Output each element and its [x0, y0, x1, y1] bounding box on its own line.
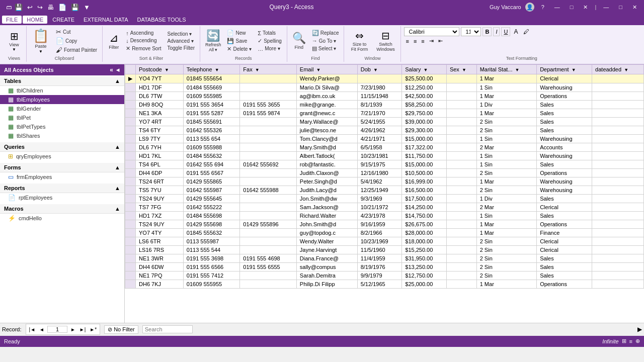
table-row[interactable]: LS9 7TY0113 555 654Tom.Clancy@d4/21/1971… — [125, 134, 644, 143]
row-selector-cell[interactable] — [125, 280, 136, 288]
col-header-postcode[interactable]: Postcode ▼ — [136, 64, 184, 74]
undo-btn[interactable]: ↩ — [26, 3, 34, 12]
table-row[interactable]: NE1 3KA0191 555 52870191 555 9874grant@n… — [125, 109, 644, 117]
menu-create[interactable]: CREATE — [48, 16, 78, 24]
table-row[interactable]: LS16 7RS0113 555 544Jayne.Harvingt11/5/1… — [125, 245, 644, 254]
tables-header[interactable]: Tables ▲ — [0, 76, 124, 86]
row-selector-cell[interactable] — [125, 117, 136, 126]
sidebar-item-tblgender[interactable]: ▦ tblGender — [0, 104, 124, 113]
maximize-ribbon-btn[interactable]: □ — [567, 3, 577, 11]
col-header-dateadded[interactable]: dateadded ▼ — [592, 64, 644, 74]
col-header-fax[interactable]: Fax ▼ — [240, 64, 297, 74]
row-selector-cell[interactable] — [125, 168, 136, 177]
scroll-track[interactable] — [197, 326, 633, 332]
save-btn2[interactable]: 💾 — [69, 3, 80, 12]
row-selector-cell[interactable] — [125, 109, 136, 117]
totals-btn[interactable]: Σ Totals — [256, 30, 284, 37]
row-selector-cell[interactable] — [125, 203, 136, 211]
scroll-right-btn[interactable]: ▶ — [637, 326, 642, 333]
row-selector-cell[interactable] — [125, 186, 136, 194]
redo-btn[interactable]: ↪ — [36, 3, 44, 12]
select-btn[interactable]: ▤ Select ▾ — [310, 45, 341, 52]
view-btn[interactable]: ⊞ View ▼ — [6, 29, 22, 53]
col-header-department[interactable]: Department ▼ — [537, 64, 592, 74]
col-header-telephone[interactable]: Telephone ▼ — [183, 64, 240, 74]
sidebar-item-tblemployees[interactable]: ▦ tblEmployees — [0, 95, 124, 104]
sidebar-item-qryemployees[interactable]: ⊞ qryEmployees — [0, 152, 124, 161]
replace-btn[interactable]: 🔄 Replace — [310, 29, 341, 37]
table-row[interactable]: NE1 3WR0191 555 36980191 555 4698Diana.F… — [125, 254, 644, 262]
close-ribbon-btn[interactable]: ✕ — [580, 3, 591, 12]
highlight-btn[interactable]: 🖊 — [521, 28, 531, 36]
table-row[interactable]: LS6 6TR0113 555987Wendy.Walter10/23/1969… — [125, 237, 644, 245]
qat-dropdown[interactable]: ▼ — [82, 3, 92, 12]
row-selector-cell[interactable] — [125, 100, 136, 109]
selection-btn[interactable]: Selection ▾ — [166, 31, 197, 37]
refresh-all-btn[interactable]: 🔄 RefreshAll ▾ — [203, 28, 223, 54]
preview-btn[interactable]: 📄 — [57, 3, 68, 12]
table-row[interactable]: DH6 7KJ01609 555955Philip.Di Filipp5/12/… — [125, 280, 644, 288]
maximize-window-btn[interactable]: □ — [616, 3, 625, 11]
delete-btn[interactable]: ✕ Delete ▾ — [225, 45, 254, 53]
help-btn[interactable]: ? — [538, 3, 547, 11]
row-selector-cell[interactable] — [125, 143, 136, 151]
align-right-btn[interactable]: ≡ — [420, 38, 426, 45]
goto-btn[interactable]: → Go To ▾ — [310, 37, 341, 44]
table-row[interactable]: HD1 7XZ01484 555698Richard.Walter4/23/19… — [125, 211, 644, 220]
nav-first-btn[interactable]: |◄ — [28, 327, 37, 332]
sidebar-item-tblpet[interactable]: ▦ tblPet — [0, 113, 124, 122]
col-header-salary[interactable]: Salary ▼ — [402, 64, 447, 74]
sidebar-item-tblchildren[interactable]: ▦ tblChildren — [0, 86, 124, 95]
menu-external-data[interactable]: EXTERNAL DATA — [79, 16, 132, 24]
font-selector[interactable]: Calibri — [404, 27, 459, 36]
outdent-btn[interactable]: ⇤ — [437, 37, 444, 45]
remove-sort-btn[interactable]: ✕ Remove Sort — [124, 45, 163, 52]
sidebar-item-frmemployees[interactable]: ▭ frmEmployees — [0, 172, 124, 182]
search-input[interactable] — [142, 325, 193, 333]
align-left-btn[interactable]: ≡ — [404, 38, 410, 45]
nav-new-btn[interactable]: ►* — [89, 327, 98, 332]
row-selector-cell[interactable]: ▶ — [125, 74, 136, 83]
queries-header[interactable]: Queries ▲ — [0, 142, 124, 152]
macros-header[interactable]: Macros ▲ — [0, 204, 124, 214]
row-selector-cell[interactable] — [125, 237, 136, 245]
spelling-btn[interactable]: ✓ Spelling — [256, 37, 284, 45]
indent-btn[interactable]: ⇥ — [428, 37, 435, 45]
row-selector-cell[interactable] — [125, 245, 136, 254]
switch-windows-btn[interactable]: ⊟ SwitchWindows — [373, 29, 397, 54]
row-selector-cell[interactable] — [125, 228, 136, 237]
save-record-btn[interactable]: 💾 Save — [225, 37, 254, 45]
advanced-btn[interactable]: Advanced ▾ — [166, 38, 197, 44]
font-size-selector[interactable]: 11 — [461, 27, 481, 36]
col-header-sex[interactable]: Sex ▼ — [446, 64, 476, 74]
row-selector-cell[interactable] — [125, 83, 136, 92]
more-btn[interactable]: … More ▾ — [256, 45, 284, 52]
italic-btn[interactable]: I — [493, 27, 500, 36]
record-number-input[interactable] — [47, 326, 67, 333]
table-row[interactable]: TS24 9UY01429 555645Jon.Smith@dw9/3/1969… — [125, 194, 644, 203]
descending-btn[interactable]: ↓ Descending — [124, 37, 163, 44]
underline-btn[interactable]: U — [501, 27, 510, 36]
sidebar-pin-btn[interactable]: ◂ — [115, 66, 120, 73]
reports-header[interactable]: Reports ▲ — [0, 184, 124, 193]
table-row[interactable]: DH4 6DW0191 555 65660191 555 6555sally@c… — [125, 262, 644, 271]
toggle-filter-btn[interactable]: Toggle Filter — [166, 45, 197, 51]
sidebar-item-rptemployees[interactable]: 📄 rptEmployees — [0, 193, 124, 202]
table-row[interactable]: TS4 6TY01642 555326julie@tesco.ne4/26/19… — [125, 126, 644, 134]
table-row[interactable]: DL6 7YH01609 555988Mary.Smith@d6/5/1958$… — [125, 143, 644, 151]
table-row[interactable]: HD1 7KL01484 555632Albert.Tatlock(10/23/… — [125, 151, 644, 160]
nav-next-btn[interactable]: ► — [69, 327, 76, 332]
close-window-btn[interactable]: ✕ — [629, 3, 640, 12]
row-selector-cell[interactable] — [125, 177, 136, 186]
bold-btn[interactable]: B — [482, 27, 492, 36]
ascending-btn[interactable]: ↑ Ascending — [124, 30, 163, 37]
table-row[interactable]: TS24 6RT01429 555865Peter.Singh@d5/4/196… — [125, 177, 644, 186]
sidebar-item-tblpettypes[interactable]: ▦ tblPetTypes — [0, 122, 124, 131]
table-row[interactable]: DH9 8OQ0191 555 36540191 555 3655mike@gr… — [125, 100, 644, 109]
row-selector-cell[interactable] — [125, 126, 136, 134]
row-selector-cell[interactable] — [125, 262, 136, 271]
table-row[interactable]: TS4 6PL01642 555 69401642 555692rob@fant… — [125, 160, 644, 168]
find-btn[interactable]: 🔍 Find — [290, 31, 308, 51]
menu-home[interactable]: HOME — [23, 16, 47, 24]
no-filter-btn[interactable]: ⊘ No Filter — [104, 325, 138, 334]
